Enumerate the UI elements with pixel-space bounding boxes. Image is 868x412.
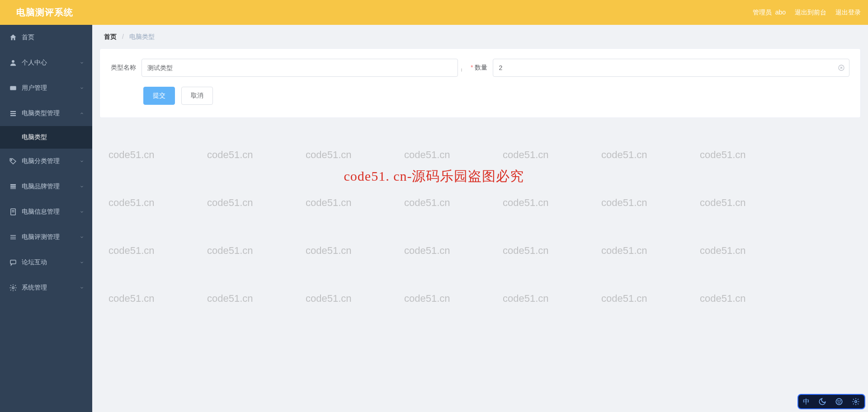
svg-point-23 <box>855 401 857 403</box>
type-name-input[interactable] <box>142 59 458 77</box>
face-icon[interactable] <box>835 398 843 406</box>
sidebar-item-brand-mgmt[interactable]: 电脑品牌管理 <box>0 174 92 199</box>
home-icon <box>9 33 17 42</box>
chevron-down-icon <box>80 235 84 239</box>
sidebar-item-review-mgmt[interactable]: 电脑评测管理 <box>0 225 92 250</box>
quantity-input[interactable] <box>493 59 849 77</box>
sidebar-item-home[interactable]: 首页 <box>0 25 92 50</box>
user-role: 管理员 <box>753 9 772 16</box>
bars-icon <box>9 233 17 241</box>
sidebar-item-type-mgmt[interactable]: 电脑类型管理 <box>0 101 92 126</box>
card-icon <box>9 84 17 92</box>
user-name: abo <box>775 9 786 16</box>
chevron-down-icon <box>80 61 84 65</box>
settings-icon[interactable] <box>852 398 860 406</box>
sidebar-item-label: 电脑品牌管理 <box>22 183 60 191</box>
svg-rect-2 <box>10 111 16 112</box>
type-name-label: 类型名称 <box>111 64 136 72</box>
chevron-down-icon <box>80 86 84 90</box>
sidebar-item-user-mgmt[interactable]: 用户管理 <box>0 75 92 101</box>
app-title: 电脑测评系统 <box>16 6 73 19</box>
svg-point-21 <box>838 401 839 402</box>
chevron-up-icon <box>80 111 84 116</box>
breadcrumb: 首页 / 电脑类型 <box>104 33 861 41</box>
sidebar-item-label: 电脑分类管理 <box>22 157 60 165</box>
sidebar-item-label: 电脑评测管理 <box>22 233 60 241</box>
logout-link[interactable]: 退出登录 <box>835 9 861 17</box>
clear-icon[interactable] <box>838 64 845 71</box>
chevron-down-icon <box>80 260 84 265</box>
ime-toolbar[interactable]: 中 <box>797 394 865 409</box>
breadcrumb-current: 电脑类型 <box>129 33 155 41</box>
user-icon <box>9 59 17 67</box>
sidebar-item-info-mgmt[interactable]: 电脑信息管理 <box>0 199 92 225</box>
svg-rect-1 <box>10 86 16 90</box>
form-actions: 提交 取消 <box>111 87 849 105</box>
list-icon <box>9 109 17 117</box>
sidebar-item-label: 电脑信息管理 <box>22 208 60 216</box>
chevron-down-icon <box>80 286 84 290</box>
sidebar-item-computer-type[interactable]: 电脑类型 <box>0 126 92 149</box>
chat-icon <box>9 258 17 267</box>
ime-lang[interactable]: 中 <box>803 398 810 406</box>
stack-icon <box>9 183 17 191</box>
sidebar-item-label: 个人中心 <box>22 59 47 67</box>
sidebar: 首页 个人中心 用户管理 电脑类型管理 电脑类型 电脑分类管理 电脑品牌管理 电… <box>0 25 92 412</box>
svg-rect-6 <box>10 184 16 186</box>
main-content: 首页 / 电脑类型 类型名称 *数量 提交 取消 <box>92 25 868 412</box>
doc-icon <box>9 208 17 216</box>
svg-point-22 <box>840 401 841 402</box>
chevron-down-icon <box>80 159 84 164</box>
form-card: 类型名称 *数量 提交 取消 <box>99 48 861 118</box>
breadcrumb-separator: / <box>122 33 124 40</box>
breadcrumb-home[interactable]: 首页 <box>104 33 117 41</box>
svg-point-20 <box>836 398 842 405</box>
sidebar-item-label: 论坛互动 <box>22 258 47 267</box>
app-header: 电脑测评系统 管理员 abo 退出到前台 退出登录 <box>0 0 868 25</box>
svg-rect-8 <box>10 188 16 189</box>
chevron-down-icon <box>80 210 84 214</box>
cancel-button[interactable]: 取消 <box>181 87 213 105</box>
sidebar-item-forum[interactable]: 论坛互动 <box>0 250 92 275</box>
svg-point-0 <box>12 60 14 63</box>
sidebar-item-personal[interactable]: 个人中心 <box>0 50 92 75</box>
sidebar-item-system[interactable]: 系统管理 <box>0 275 92 300</box>
chevron-down-icon <box>80 184 84 189</box>
submit-button[interactable]: 提交 <box>143 87 175 105</box>
moon-icon[interactable] <box>818 398 826 406</box>
quantity-label: *数量 <box>471 64 487 72</box>
required-mark: * <box>471 64 473 71</box>
svg-point-16 <box>12 287 14 289</box>
sidebar-item-label: 系统管理 <box>22 284 47 292</box>
sidebar-submenu-type: 电脑类型 <box>0 126 92 149</box>
svg-rect-3 <box>10 113 16 114</box>
svg-rect-15 <box>10 260 16 264</box>
sidebar-item-label: 首页 <box>22 33 34 42</box>
sidebar-item-label: 电脑类型管理 <box>22 109 60 117</box>
sidebar-item-label: 电脑类型 <box>22 133 47 141</box>
svg-point-5 <box>11 159 12 160</box>
sidebar-item-category-mgmt[interactable]: 电脑分类管理 <box>0 149 92 174</box>
current-user[interactable]: 管理员 abo <box>753 9 786 17</box>
svg-rect-7 <box>10 186 16 187</box>
svg-rect-4 <box>10 115 16 116</box>
tag-icon <box>9 157 17 165</box>
exit-to-front-link[interactable]: 退出到前台 <box>795 9 826 17</box>
gear-icon <box>9 284 17 292</box>
sidebar-item-label: 用户管理 <box>22 84 47 92</box>
